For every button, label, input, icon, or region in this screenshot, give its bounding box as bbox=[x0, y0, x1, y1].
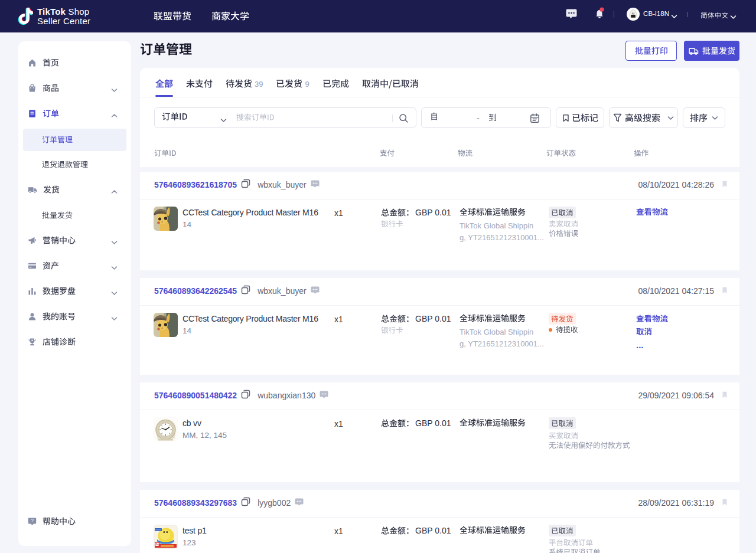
svg-text:3+: 3+ bbox=[155, 543, 159, 546]
svg-text:?: ? bbox=[31, 518, 34, 523]
